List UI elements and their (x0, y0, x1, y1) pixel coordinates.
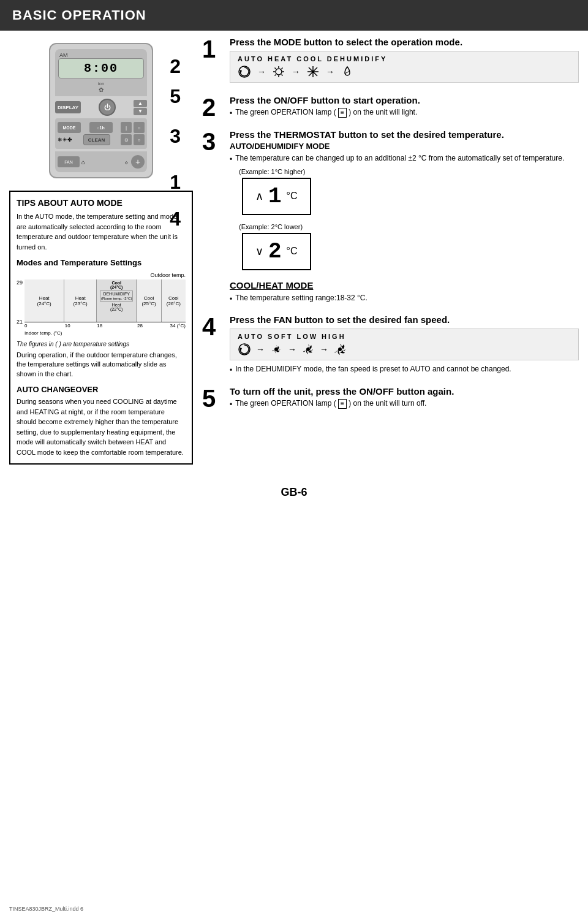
icon-btn-1[interactable]: ⊙ (121, 134, 132, 145)
file-footer: TINSEA830JBRZ_Multi.indd 6 (9, 906, 83, 912)
remote-bottom: FAN ⌂ ⬦ + (55, 151, 147, 172)
svg-point-19 (274, 347, 278, 351)
auto-title: AUTO CHANGEOVER (17, 385, 186, 394)
remote-with-callouts: 2 5 3 1 4 AM 8:00 ion ✿ (49, 43, 153, 178)
remote-mid: MODE ○1h | ○ ❄✳✤ (55, 118, 147, 149)
step-5-bullet: • The green OPERATION lamp ( ≡ ) on the … (230, 398, 579, 410)
fan-row: FAN ⌂ ⬦ + (58, 155, 145, 169)
callout-4: 4 (170, 208, 181, 230)
chart-footnote: The figures in ( ) are temperature setti… (17, 341, 186, 347)
main-buttons-row: DISPLAY ⏻ ▲ ▼ (55, 99, 147, 116)
modes-temp-section: Modes and Temperature Settings Outdoor t… (17, 258, 186, 379)
step-5-title: To turn off the unit, press the ON/OFF b… (230, 386, 579, 397)
outdoor-chart: Outdoor temp. 29 21 Heat(24°C) (17, 272, 186, 336)
example2-label: (Example: 2°C lower) (239, 223, 579, 230)
arrow-icon-2: → (292, 67, 300, 77)
cell-dehumidify: Cool(24°C) DEHUMIDIFY(Room temp. -2°C) H… (97, 279, 137, 322)
fan-arrow-1: → (256, 344, 265, 354)
time-display: 8:00 (58, 58, 144, 78)
fan-button[interactable]: FAN (58, 156, 80, 167)
left-column: 2 5 3 1 4 AM 8:00 ion ✿ (9, 37, 193, 465)
on-icon[interactable]: | (121, 122, 132, 133)
svg-point-15 (312, 70, 314, 73)
svg-point-20 (306, 347, 310, 351)
tips-text: In the AUTO mode, the temperature settin… (17, 211, 186, 252)
page-footer: GB-6 (0, 477, 588, 508)
display-button[interactable]: DISPLAY (55, 101, 81, 113)
step-2-num: 2 (202, 95, 224, 120)
right-column: 1 Press the MODE button to select the op… (202, 37, 579, 465)
step-3-title: Press the THERMOSTAT button to set the d… (230, 129, 579, 140)
x-axis: 0 10 18 28 34 (°C) (24, 323, 186, 328)
x-10: 10 (65, 323, 97, 328)
step-4-title: Press the FAN button to set the desired … (230, 314, 579, 325)
fan-mode-strip: AUTO SOFT LOW HIGH → (230, 328, 579, 360)
auto-text: During seasons when you need COOLING at … (17, 397, 186, 457)
step-3-num: 3 (202, 129, 224, 154)
fan-mode-labels: AUTO SOFT LOW HIGH (238, 333, 571, 340)
degree-c-1: °C (287, 191, 298, 202)
arrow-down-button[interactable]: ▼ (134, 108, 147, 115)
x-0: 0 (24, 323, 65, 328)
example1-box: ∧ 1 °C (242, 178, 311, 215)
y-21: 21 (17, 319, 23, 325)
step-2-title: Press the ON/OFF button to start operati… (230, 95, 579, 105)
page-header: BASIC OPERATION (0, 0, 588, 31)
down-arrow-icon: ∨ (255, 245, 263, 258)
cell-cool-26: Cool(26°C) (162, 279, 186, 322)
off-icon[interactable]: ○ (134, 122, 145, 133)
cool-icon (306, 65, 320, 78)
step-5-num: 5 (202, 386, 224, 411)
cool-heat-detail: The temperature setting range:18-32 °C. (235, 293, 368, 305)
bullet-dot-ch: • (230, 294, 232, 305)
svg-line-16 (345, 71, 350, 74)
step-2-text: Press the ON/OFF button to start operati… (230, 95, 579, 121)
mode-strip: AUTO HEAT COOL DEHUMIDIFY → (230, 51, 579, 83)
icons-group: ⬦ + (124, 155, 145, 169)
arrow-buttons: ▲ ▼ (134, 100, 147, 115)
step-3-section: 3 Press the THERMOSTAT button to set the… (202, 129, 579, 306)
bullet-dot-2: • (230, 108, 232, 119)
plus-button[interactable]: + (131, 155, 145, 169)
example2-value: 2 (268, 239, 282, 264)
modes-temp-title: Modes and Temperature Settings (17, 258, 186, 267)
lamp-icon-2: ≡ (338, 399, 347, 409)
remote-control: AM 8:00 ion ✿ DISPLAY (49, 43, 153, 178)
on-off-button[interactable]: ⏻ (99, 99, 116, 116)
cool-heat-title: COOL/HEAT MODE (230, 280, 579, 290)
fan-arrow-3: → (320, 344, 328, 354)
cool-heat-section: COOL/HEAT MODE • The temperature setting… (230, 280, 579, 305)
step-5-text: To turn off the unit, press the ON/OFF b… (230, 386, 579, 412)
clean-button[interactable]: CLEAN (83, 134, 110, 145)
x-28: 28 (137, 323, 161, 328)
y-axis: 29 21 (17, 279, 23, 336)
page-title: BASIC OPERATION (12, 7, 146, 23)
up-arrow-icon: ∧ (255, 189, 263, 203)
mode-button[interactable]: MODE (58, 122, 81, 133)
svg-line-7 (275, 68, 276, 69)
arrow-up-button[interactable]: ▲ (134, 100, 147, 107)
am-label: AM (58, 52, 144, 58)
outdoor-label: Outdoor temp. (17, 272, 186, 278)
degree-c-2: °C (287, 246, 298, 257)
cool-heat-bullet: • The temperature setting range:18-32 °C… (230, 293, 579, 305)
icon-btn-2[interactable]: ○ (134, 134, 145, 145)
svg-line-10 (275, 75, 276, 76)
bullet-dot-3: • (230, 154, 232, 165)
svg-point-2 (276, 69, 282, 75)
ion-label: ion ✿ (58, 81, 144, 93)
step-4-section: 4 Press the FAN button to set the desire… (202, 314, 579, 378)
chart-area: 29 21 Heat(24°C) Heat(23°C) (17, 279, 186, 336)
arrow-icon-1: → (257, 67, 266, 77)
mode-row: MODE ○1h | ○ (58, 122, 145, 133)
svg-line-8 (282, 75, 283, 76)
page-number: GB-6 (281, 486, 307, 498)
callout-2: 2 (170, 55, 181, 78)
step-5-detail: The green OPERATION lamp ( ≡ ) on the un… (235, 398, 426, 410)
timer-button[interactable]: ○1h (89, 122, 113, 133)
step-4-bullet: • In the DEHUMIDIFY mode, the fan speed … (230, 364, 579, 376)
svg-point-21 (338, 347, 342, 351)
step-1-text: Press the MODE button to select the oper… (230, 37, 579, 86)
fan-icons-row: → → (238, 343, 571, 356)
fan-auto-icon (238, 343, 251, 356)
